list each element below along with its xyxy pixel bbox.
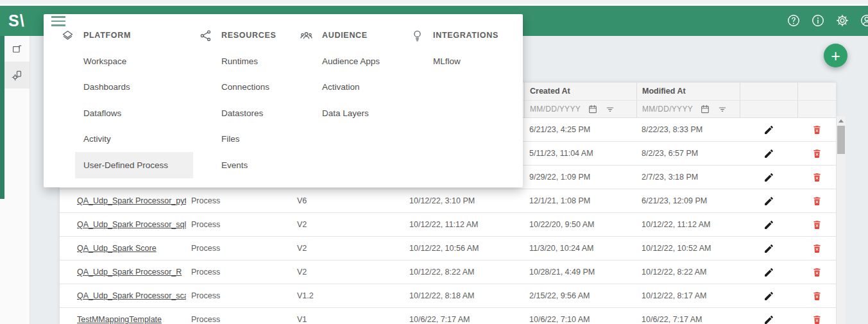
trash-icon: [812, 124, 822, 135]
process-date: 10/12/22, 3:10 PM: [404, 196, 524, 205]
menu-item-workspace[interactable]: Workspace: [75, 48, 193, 74]
menu-toggle-button[interactable]: [51, 16, 65, 26]
process-version: V1: [292, 315, 404, 324]
header-delete: [797, 83, 836, 100]
edit-button[interactable]: [763, 291, 774, 302]
process-name-link[interactable]: QA_Udp_Spark Processor_pyt: [77, 196, 186, 205]
process-modified-at: 10/12/22, 8:22 AM: [636, 268, 740, 277]
menu-item-data-layers[interactable]: Data Layers: [314, 100, 432, 126]
edit-button[interactable]: [763, 314, 774, 324]
delete-button[interactable]: [812, 219, 822, 230]
process-date: 10/12/22, 8:18 AM: [404, 291, 524, 300]
menu-item-dataflows[interactable]: Dataflows: [75, 100, 193, 126]
mini-sidebar: [0, 36, 30, 324]
process-modified-at: 2/7/23, 3:18 PM: [636, 173, 740, 182]
process-created-at: 10/22/20, 9:50 AM: [524, 220, 636, 229]
pencil-icon: [763, 291, 774, 302]
menu-item-dashboards[interactable]: Dashboards: [75, 74, 193, 101]
edit-button[interactable]: [763, 148, 774, 159]
delete-button[interactable]: [812, 267, 822, 278]
delete-button[interactable]: [812, 243, 822, 254]
menu-item-activity[interactable]: Activity: [75, 126, 193, 153]
process-icon: [11, 69, 23, 81]
process-created-at: 9/29/22, 1:09 PM: [524, 173, 636, 182]
trash-icon: [812, 314, 822, 324]
modified-filter-button[interactable]: [717, 104, 728, 114]
process-created-at: 10/28/21, 4:49 PM: [524, 268, 636, 277]
process-created-at: 6/21/23, 4:25 PM: [524, 125, 636, 134]
process-date: 10/12/22, 10:56 AM: [404, 244, 524, 253]
process-date: 10/6/22, 7:17 AM: [404, 315, 524, 324]
delete-button[interactable]: [812, 124, 822, 135]
edit-button[interactable]: [763, 196, 774, 207]
filter-icon: [605, 104, 615, 114]
process-name-link[interactable]: QA_Udp_Spark Processor_sql: [77, 220, 186, 229]
help-button[interactable]: [787, 13, 801, 28]
layers-icon: [61, 29, 74, 42]
process-modified-at: 10/12/22, 11:12 AM: [636, 220, 740, 229]
table-row: QA_Udp_Spark Processor_sql Process V2 10…: [60, 213, 836, 237]
workspace-icon: [11, 43, 23, 55]
filter-icon: [717, 104, 728, 114]
drawer-accent-strip: [0, 36, 4, 199]
menu-item-user-defined-process[interactable]: User-Defined Process: [75, 152, 193, 178]
process-name-link[interactable]: QA_Udp_Spark Processor_R: [77, 268, 182, 277]
edit-button[interactable]: [763, 172, 774, 183]
process-type: Process: [186, 291, 292, 300]
pencil-icon: [763, 219, 774, 230]
gear-icon: [835, 13, 849, 28]
process-name-link[interactable]: QA_Udp_Spark Score: [77, 244, 157, 253]
delete-button[interactable]: [812, 148, 822, 159]
plus-icon: +: [831, 47, 840, 65]
table-scrollbar[interactable]: [837, 116, 846, 324]
menu-item-events[interactable]: Events: [213, 152, 331, 178]
pencil-icon: [763, 314, 774, 324]
help-icon: [787, 13, 801, 28]
created-filter-button[interactable]: [605, 104, 615, 114]
process-modified-at: 10/6/22, 7:17 AM: [636, 315, 740, 324]
scrollbar-thumb[interactable]: [837, 126, 845, 154]
delete-button[interactable]: [812, 314, 822, 324]
settings-button[interactable]: [835, 13, 849, 28]
brand-logo[interactable]: S\: [8, 12, 25, 30]
process-type: Process: [186, 244, 292, 253]
scrollbar-up-arrow-icon[interactable]: [838, 119, 844, 123]
info-button[interactable]: [811, 13, 825, 28]
delete-button[interactable]: [812, 196, 822, 207]
process-name-link[interactable]: QA_Udp_Spark Processor_sca: [77, 291, 186, 300]
trash-icon: [812, 291, 822, 302]
process-name-link[interactable]: TestMMappingTemplate: [77, 315, 162, 324]
edit-button[interactable]: [763, 124, 774, 135]
navigation-mega-menu: PLATFORM Workspace Dashboards Dataflows …: [44, 14, 523, 187]
account-button[interactable]: [860, 13, 868, 28]
calendar-icon: [700, 104, 710, 114]
delete-button[interactable]: [812, 291, 822, 302]
trash-icon: [812, 196, 822, 207]
edit-button[interactable]: [763, 267, 774, 278]
delete-button[interactable]: [812, 172, 822, 183]
menu-item-files[interactable]: Files: [213, 126, 331, 153]
modified-calendar-button[interactable]: [700, 104, 710, 114]
edit-button[interactable]: [763, 219, 774, 230]
modified-date-filter-input[interactable]: MM/DD/YYYY: [642, 105, 693, 114]
browser-chrome-strip: [0, 0, 868, 6]
trash-icon: [812, 219, 822, 230]
table-row: QA_Udp_Spark Processor_R Process V2 10/1…: [60, 260, 836, 284]
table-row: TestMMappingTemplate Process V1 10/6/22,…: [60, 308, 836, 324]
created-calendar-button[interactable]: [588, 104, 598, 114]
process-version: V2: [292, 220, 404, 229]
menu-item-mlflow[interactable]: MLflow: [425, 48, 543, 74]
trash-icon: [812, 148, 822, 159]
process-type: Process: [186, 196, 292, 205]
add-process-button[interactable]: +: [824, 44, 847, 67]
table-row: QA_Udp_Spark Processor_pyt Process V6 10…: [60, 189, 836, 213]
created-date-filter-input[interactable]: MM/DD/YYYY: [530, 105, 581, 114]
trash-icon: [812, 172, 822, 183]
edit-button[interactable]: [763, 243, 774, 254]
process-created-at: 5/11/23, 11:04 AM: [524, 149, 636, 158]
process-modified-at: 10/12/22, 10:52 AM: [636, 244, 740, 253]
process-modified-at: 6/21/23, 12:09 PM: [636, 196, 740, 205]
process-modified-at: 8/22/23, 8:33 PM: [636, 125, 740, 134]
hamburger-icon: [51, 16, 65, 18]
menu-item-activation[interactable]: Activation: [314, 74, 432, 101]
